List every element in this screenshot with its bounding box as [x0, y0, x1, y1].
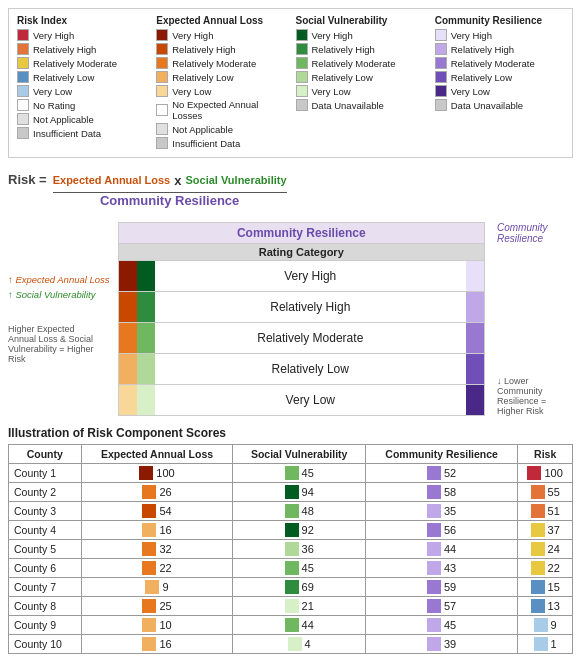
table-cell-county: County 2	[9, 482, 82, 501]
table-cell-cr: 56	[365, 520, 517, 539]
legend-item-label: Relatively Low	[312, 72, 373, 83]
legend-item: Not Applicable	[17, 113, 146, 125]
formula-risk-label: Risk =	[8, 172, 47, 187]
legend-item-label: Relatively High	[451, 44, 514, 55]
table-cell-eal: 16	[81, 634, 233, 653]
matrix-eal-swatch	[119, 261, 137, 291]
formula-times: x	[174, 173, 181, 188]
legend-item-label: Relatively Low	[172, 72, 233, 83]
legend-group: Risk IndexVery HighRelatively HighRelati…	[17, 15, 146, 151]
table-cell-sv: 94	[233, 482, 365, 501]
legend-swatch	[17, 99, 29, 111]
table-cell-risk: 100	[518, 463, 573, 482]
table-row: County 7 9 69 59 15	[9, 577, 573, 596]
matrix-cr-right-label: Community Resilience	[497, 222, 573, 244]
matrix-section: ↑ Expected Annual Loss ↑ Social Vulnerab…	[8, 222, 573, 416]
legend-item: Very High	[156, 29, 285, 41]
legend-swatch	[435, 29, 447, 41]
table-cell-eal: 25	[81, 596, 233, 615]
legend-item: Relatively High	[296, 43, 425, 55]
table-cell-risk: 9	[518, 615, 573, 634]
legend-swatch	[296, 57, 308, 69]
matrix-row-label: Relatively High	[155, 296, 466, 318]
matrix-sv-swatch	[137, 323, 155, 353]
table-header-cell: Social Vulnerability	[233, 444, 365, 463]
matrix-eal-swatch	[119, 292, 137, 322]
matrix-cr-swatch	[466, 323, 484, 353]
legend-item-label: Insufficient Data	[33, 128, 101, 139]
table-cell-sv: 45	[233, 558, 365, 577]
table-cell-county: County 3	[9, 501, 82, 520]
table-cell-county: County 5	[9, 539, 82, 558]
legend-item-label: Very High	[172, 30, 213, 41]
table-row: County 2 26 94 58 55	[9, 482, 573, 501]
table-section: Illustration of Risk Component Scores Co…	[8, 426, 573, 654]
matrix-eal-swatch	[119, 354, 137, 384]
table-cell-risk: 37	[518, 520, 573, 539]
legend-item-label: Very High	[451, 30, 492, 41]
legend-group-title: Risk Index	[17, 15, 146, 26]
legend-swatch	[435, 71, 447, 83]
legend-box: Risk IndexVery HighRelatively HighRelati…	[8, 8, 573, 158]
legend-item: Relatively Moderate	[17, 57, 146, 69]
legend-item-label: Very High	[33, 30, 74, 41]
legend-item-label: Very Low	[172, 86, 211, 97]
legend-item: Relatively Low	[156, 71, 285, 83]
table-cell-sv: 48	[233, 501, 365, 520]
table-cell-county: County 8	[9, 596, 82, 615]
table-cell-county: County 7	[9, 577, 82, 596]
matrix-cr-swatch	[466, 292, 484, 322]
legend-item: Very Low	[156, 85, 285, 97]
matrix-sv-arrow-label: ↑ Social Vulnerability	[8, 289, 110, 300]
legend-item: Relatively High	[156, 43, 285, 55]
legend-swatch	[156, 57, 168, 69]
matrix-rows: Very HighRelatively HighRelatively Moder…	[118, 260, 485, 416]
legend-item: Very Low	[17, 85, 146, 97]
legend-item-label: No Expected Annual Losses	[172, 99, 285, 121]
legend-item-label: Relatively Moderate	[312, 58, 396, 69]
legend-item-label: Not Applicable	[33, 114, 94, 125]
table-row: County 1 100 45 52 100	[9, 463, 573, 482]
table-cell-eal: 54	[81, 501, 233, 520]
table-cell-risk: 22	[518, 558, 573, 577]
table-cell-risk: 15	[518, 577, 573, 596]
legend-swatch	[156, 43, 168, 55]
legend-item-label: Not Applicable	[172, 124, 233, 135]
matrix-eal-swatch	[119, 323, 137, 353]
table-header-cell: Risk	[518, 444, 573, 463]
formula-eal-label: Expected Annual Loss	[53, 174, 171, 186]
table-cell-cr: 58	[365, 482, 517, 501]
table-cell-sv: 44	[233, 615, 365, 634]
legend-item: Insufficient Data	[156, 137, 285, 149]
table-row: County 5 32 36 44 24	[9, 539, 573, 558]
legend-item: Not Applicable	[156, 123, 285, 135]
legend-item: Relatively High	[17, 43, 146, 55]
scores-table: CountyExpected Annual LossSocial Vulnera…	[8, 444, 573, 654]
table-header-cell: Expected Annual Loss	[81, 444, 233, 463]
legend-group: Expected Annual LossVery HighRelatively …	[156, 15, 285, 151]
table-cell-cr: 44	[365, 539, 517, 558]
table-cell-eal: 100	[81, 463, 233, 482]
formula-cr-label: Community Resilience	[100, 193, 239, 208]
legend-item-label: Relatively Low	[451, 72, 512, 83]
table-row: County 9 10 44 45 9	[9, 615, 573, 634]
table-cell-sv: 69	[233, 577, 365, 596]
legend-swatch	[296, 99, 308, 111]
legend-item: Insufficient Data	[17, 127, 146, 139]
table-cell-cr: 57	[365, 596, 517, 615]
table-row: County 10 16 4 39 1	[9, 634, 573, 653]
legend-item: Relatively Low	[296, 71, 425, 83]
legend-item: Relatively Moderate	[296, 57, 425, 69]
table-cell-sv: 4	[233, 634, 365, 653]
matrix-row-label: Relatively Moderate	[155, 327, 466, 349]
legend-item: Relatively Low	[17, 71, 146, 83]
legend-item-label: Very High	[312, 30, 353, 41]
matrix-cr-swatch	[466, 261, 484, 291]
table-cell-county: County 1	[9, 463, 82, 482]
legend-group-title: Social Vulnerability	[296, 15, 425, 26]
table-cell-county: County 10	[9, 634, 82, 653]
legend-swatch	[156, 29, 168, 41]
legend-swatch	[156, 71, 168, 83]
legend-swatch	[17, 57, 29, 69]
legend-item: Very High	[17, 29, 146, 41]
